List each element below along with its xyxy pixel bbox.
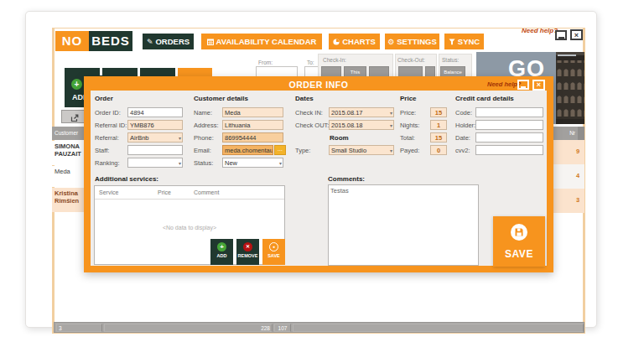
save-disc-icon: ● [269,242,278,251]
services-save-button[interactable]: ● SAVE [262,239,285,265]
modal-close-button[interactable]: × [532,80,545,91]
phone-input[interactable]: 869954444 [222,132,283,143]
modal-save-label: SAVE [493,248,545,260]
modal-minimize-button[interactable] [517,80,529,90]
order-id-label: Order ID: [95,109,121,117]
section-header-price: Price [400,95,417,102]
nights-input[interactable]: 1 [430,120,447,130]
nav-sync-button[interactable]: SYNC [444,34,484,49]
status-cell [293,324,584,332]
status-value: New [225,159,237,167]
right-table-header-spacer [578,127,584,140]
services-remove-label: REMOVE [236,253,259,258]
code-label: Code: [455,109,472,117]
ranking-select[interactable]: ▾ [127,158,183,168]
remove-x-icon: ✕ [243,242,252,251]
chevron-down-icon: ▾ [179,160,181,167]
nav-orders-label: ORDERS [155,37,190,46]
services-add-button[interactable]: + ADD [210,239,233,265]
nav-availability-calendar-button[interactable]: AVAILABILITY CALENDAR [201,34,322,49]
status-select[interactable]: New▾ [222,158,283,168]
chevron-down-icon: ▾ [390,110,392,117]
name-input[interactable]: Meda [222,107,283,117]
staff-input[interactable] [127,145,183,155]
chevron-down-icon: ▾ [179,135,181,142]
chevron-down-icon: ▾ [279,160,282,167]
payed-input[interactable]: 0 [430,145,447,155]
right-table-row[interactable]: 9 [553,140,584,164]
row-nr: 3 [576,196,579,204]
order-id-input[interactable]: 4894 [127,107,183,117]
close-button[interactable]: × [570,29,583,40]
export-icon [70,114,79,122]
nav-charts-button[interactable]: CHARTS [329,34,380,49]
section-header-credit: Credit card details [455,95,514,102]
room-type-value: Small Studio [331,147,366,154]
modal-need-help-link[interactable]: Need help? [487,80,521,88]
customer-column-header: Customer [52,127,84,140]
check-out-value: 2015.08.18 [331,122,363,129]
code-input[interactable] [475,107,543,117]
address-input[interactable]: Lithuania [222,120,283,130]
need-help-link[interactable]: Need help? [522,27,558,34]
minimize-button[interactable] [555,30,567,40]
section-header-room: Room [330,134,349,142]
services-table: Service Price Comment <No data to displa… [94,185,285,265]
date-label: Date: [455,134,470,142]
check-in-value: 2015.08.17 [331,109,363,117]
services-add-label: ADD [210,253,233,258]
cvv2-label: cvv2: [455,147,470,154]
plus-icon: + [217,242,226,251]
pie-chart-icon [333,38,340,46]
email-input[interactable]: meda.chomentausk [222,145,273,155]
referral-label: Referral: [95,134,119,142]
services-col-comment: Comment [194,189,219,195]
referral-select[interactable]: AirBnb▾ [127,132,183,143]
right-table-row[interactable]: 3 [553,189,584,213]
right-table-row[interactable]: 4 [553,164,584,189]
minimize-icon [521,86,526,88]
referral-id-input[interactable]: YMB876 [127,120,183,130]
holder-label: Holder: [455,122,475,129]
status-label: Status: [442,57,459,63]
chevron-down-icon: ▾ [390,122,392,129]
address-label: Address: [194,122,219,129]
modal-save-button[interactable]: SAVE [493,216,545,267]
payed-label: Payed: [400,147,419,154]
room-type-select[interactable]: Small Studio▾ [329,145,394,155]
services-col-service: Service [99,189,118,195]
services-remove-button[interactable]: ✕ REMOVE [236,239,259,265]
check-in-select[interactable]: 2015.08.17▾ [329,107,394,117]
name-label: Name: [194,109,212,117]
nav-sync-label: SYNC [458,37,480,46]
price-input[interactable]: 15 [430,107,447,117]
check-out-select[interactable]: 2015.08.18▾ [329,120,394,130]
status-cell: 107 [274,324,291,332]
price-label: Price: [400,109,416,117]
date-input[interactable] [475,132,543,143]
checkin-label: Check-In: [323,57,346,63]
colosseum-photo [556,52,584,124]
modal-title: ORDER INFO [84,80,553,90]
referral-value: AirBnb [130,134,149,142]
nav-settings-label: SETTINGS [397,37,437,46]
email-browse-button[interactable]: ... [274,145,286,155]
plus-icon: + [71,79,82,90]
logo-no: NO [55,31,89,51]
nights-label: Nights: [400,122,419,129]
nav-orders-button[interactable]: ✎ORDERS [143,34,194,49]
save-icon [510,223,528,241]
screen: NO BEDS ✎ORDERS AVAILABILITY CALENDAR CH… [0,0,644,337]
from-label: From: [258,60,273,65]
checkout-label: Check-Out: [397,57,425,63]
minimize-icon [558,37,564,39]
total-input[interactable]: 15 [430,132,447,143]
gear-icon: ⚙ [387,38,394,46]
status-cell: 228 [104,324,273,332]
row-nr: 4 [576,172,579,179]
nav-settings-button[interactable]: ⚙SETTINGS [385,34,439,49]
comments-textarea[interactable]: Testas [328,184,479,266]
holder-input[interactable] [475,120,543,130]
cvv2-input[interactable] [475,145,543,155]
check-out-label: Check OUT: [295,122,329,129]
